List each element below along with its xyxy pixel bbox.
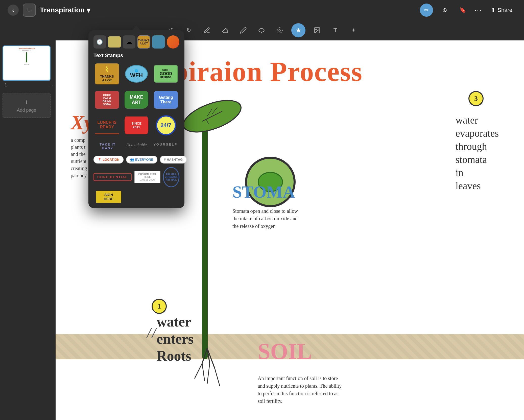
badges-tab[interactable]: THANKSA LOT xyxy=(137,35,150,49)
more-options-button[interactable]: ··· xyxy=(474,6,482,14)
sticker-wfh[interactable]: 🌐 WFH xyxy=(123,62,150,86)
topbar: ‹ ≡ Transpiration ▾ ✏ ⊕ 🔖 ··· ⬆ Share xyxy=(0,0,524,20)
sticker-thanks-alot[interactable]: ⌇ THANKSA LOT xyxy=(93,62,121,86)
image-icon xyxy=(314,27,321,34)
remarkable-sticker[interactable]: Remarkable xyxy=(124,141,149,152)
sticker-popup: 🕐 ☁ THANKSA LOT Text Stamps ⌇ THANKS xyxy=(88,25,184,208)
location-badge[interactable]: 📍 LOCATION xyxy=(93,156,124,164)
add-icon: + xyxy=(25,98,29,106)
lasso-icon xyxy=(258,27,265,34)
thanks-alot-content: ⌇ THANKSA LOT xyxy=(95,63,119,84)
eraser-button[interactable] xyxy=(219,24,232,37)
dropdown-icon: ▾ xyxy=(87,6,90,14)
everyone-label: EVERYONE xyxy=(135,158,153,161)
share-icon: ⬆ xyxy=(491,7,495,13)
sticker-lunch-ready[interactable]: LUNCH ISREADY xyxy=(93,114,121,137)
back-icon: ‹ xyxy=(12,7,14,13)
section-label: Text Stamps xyxy=(93,53,179,58)
bookmark-button[interactable]: 🔖 xyxy=(456,4,469,17)
add-page-label: Add page xyxy=(17,108,36,113)
eraser-icon xyxy=(222,27,229,34)
roots-svg xyxy=(187,348,237,394)
wfh-content: 🌐 WFH xyxy=(125,65,148,83)
badges2-tab[interactable] xyxy=(152,35,165,49)
sign-here-area: SIGNHERE xyxy=(93,191,179,203)
sticker-grid-row1: ⌇ THANKSA LOT 🌐 WFH SUCH GOOD FRIENDS xyxy=(93,62,179,86)
recent-tab[interactable]: 🕐 xyxy=(93,35,106,49)
app-icon: ≡ xyxy=(23,4,36,17)
deco-svg xyxy=(144,325,169,341)
page-more-icon[interactable]: ··· xyxy=(49,82,53,88)
svg-line-17 xyxy=(152,328,157,338)
sticker-button[interactable]: ★ xyxy=(291,23,305,37)
hashtag-icon: # xyxy=(164,158,166,161)
sticker-grid-row2: KEEPCALMDRINKSODA MAKEART GettingThere xyxy=(93,89,179,110)
stamps-row: CONFIDENTIAL CUSTOM TEXT HERE JAN 15 202… xyxy=(93,167,179,187)
xy-annotation: a compplants tand thenutrientcreatingpar… xyxy=(71,136,87,179)
getting-there-content: GettingThere xyxy=(154,91,178,109)
hashtag-badge[interactable]: # HASHTAG xyxy=(160,156,187,164)
sticker-make-art[interactable]: MAKEART xyxy=(123,89,150,110)
text-icon: T xyxy=(334,27,337,34)
soil-label: SOIL xyxy=(258,338,312,364)
popup-arrow xyxy=(132,25,140,30)
sticker-text-row: TAKE IT EASY Remarkable YOURSELF xyxy=(93,141,179,152)
wand-button[interactable]: ✦ xyxy=(347,24,360,37)
pencil-button[interactable] xyxy=(237,24,250,37)
doc-title[interactable]: Transpiration ▾ xyxy=(40,6,90,14)
sticker-icon: ★ xyxy=(296,27,301,34)
lasso-button[interactable] xyxy=(255,24,268,37)
svg-line-15 xyxy=(215,368,220,386)
image-button[interactable] xyxy=(311,24,324,37)
redo-icon: ↻ xyxy=(186,27,191,34)
sticker-panel: 🕐 ☁ THANKSA LOT Text Stamps ⌇ THANKS xyxy=(88,30,184,208)
shapes-tab[interactable] xyxy=(108,36,121,48)
sticker-since-2011[interactable]: SINCE2011 xyxy=(123,114,150,137)
sticker-getting-there[interactable]: GettingThere xyxy=(152,89,179,110)
such-good-content: SUCH GOOD FRIENDS xyxy=(154,65,178,83)
sidebar: Transpiration Process WATER TITLE soil a… xyxy=(0,40,56,420)
magic-select-icon xyxy=(276,27,283,34)
svg-line-13 xyxy=(202,363,205,381)
location-icon: 📍 xyxy=(98,158,102,161)
custom-text-stamp[interactable]: CUSTOM TEXT HERE JAN 15 2020 xyxy=(134,171,161,183)
back-button[interactable]: ‹ xyxy=(8,5,19,16)
sticker-grid-row3: LUNCH ISREADY SINCE2011 24/7 xyxy=(93,114,179,137)
hashtag-label: HASHTAG xyxy=(167,158,183,161)
page-thumbnail-1[interactable]: Transpiration Process WATER TITLE soil a… xyxy=(3,45,51,81)
share-button[interactable]: ⬆ Share xyxy=(487,4,516,16)
badge-stamps-row: 📍 LOCATION 👥 EVERYONE # HASHTAG xyxy=(93,156,179,164)
pen-mode-button[interactable]: ✏ xyxy=(420,4,433,17)
location-label: LOCATION xyxy=(103,158,120,161)
everyone-badge[interactable]: 👥 EVERYONE xyxy=(126,156,157,164)
yourself-sticker[interactable]: YOURSELF xyxy=(151,141,179,152)
svg-point-3 xyxy=(316,29,317,30)
sticker-247[interactable]: 24/7 xyxy=(152,114,179,137)
pen-tool-button[interactable] xyxy=(200,24,213,37)
magic-select-button[interactable] xyxy=(273,24,286,37)
svg-line-16 xyxy=(147,328,152,338)
share-label: Share xyxy=(497,7,512,13)
lunch-ready-content: LUNCH ISREADY xyxy=(95,116,119,134)
svg-line-9 xyxy=(202,348,207,363)
sticker-such-good[interactable]: SUCH GOOD FRIENDS xyxy=(152,62,179,86)
confidential-stamp[interactable]: CONFIDENTIAL xyxy=(93,173,132,181)
add-page-button[interactable]: ⊕ xyxy=(438,4,451,17)
wand-icon: ✦ xyxy=(351,27,356,34)
stoma-description: Stomata open and close to allow the inta… xyxy=(232,207,303,230)
svg-point-1 xyxy=(277,28,282,33)
weather-tab[interactable]: ☁ xyxy=(123,35,135,49)
take-it-easy-sticker[interactable]: TAKE IT EASY xyxy=(93,141,122,152)
page-number: 1 xyxy=(5,82,7,88)
bookmark-icon: 🔖 xyxy=(459,7,466,13)
misc-tab[interactable] xyxy=(167,35,179,49)
add-page-icon: ⊕ xyxy=(442,7,447,13)
add-page-button[interactable]: + Add page xyxy=(3,93,51,118)
everyone-icon: 👥 xyxy=(130,158,134,161)
sticker-keep-calm[interactable]: KEEPCALMDRINKSODA xyxy=(93,89,121,110)
text-button[interactable]: T xyxy=(329,24,342,37)
app-icon-glyph: ≡ xyxy=(28,7,31,14)
airmail-stamp[interactable]: AIR MAIL21/10/2021AIR MAIL xyxy=(163,167,179,187)
doc-title-text: Transpiration xyxy=(40,6,85,14)
sign-here-stamp[interactable]: SIGNHERE xyxy=(96,191,121,203)
